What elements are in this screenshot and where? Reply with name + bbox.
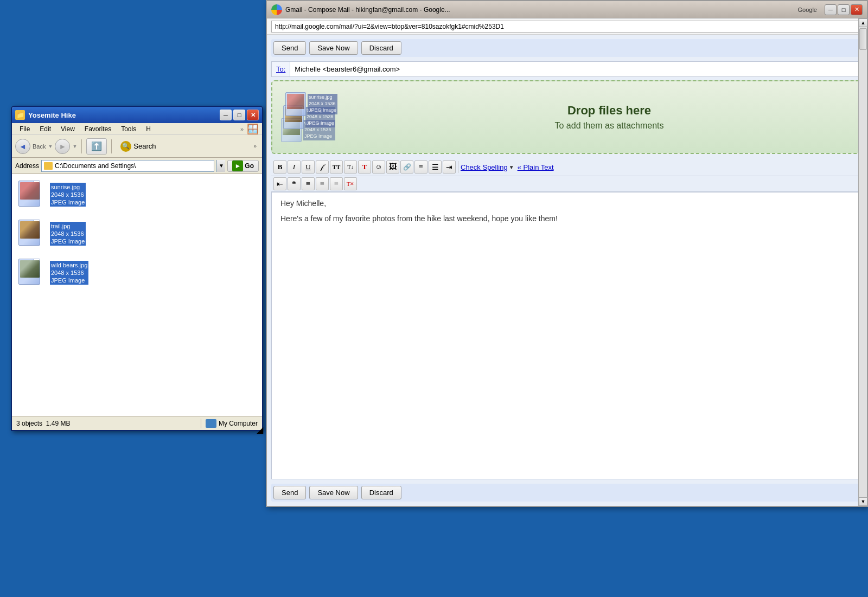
explorer-toolbar: ◄ Back ▼ ► ▼ ⬆️ 🔍 Search » bbox=[12, 135, 262, 158]
to-input[interactable] bbox=[290, 62, 862, 76]
italic-button[interactable]: I bbox=[288, 161, 301, 174]
underline-button[interactable]: U bbox=[302, 161, 315, 174]
my-computer-icon bbox=[206, 419, 216, 428]
send-button-bottom[interactable]: Send bbox=[273, 486, 306, 499]
compose-toolbar-top: Send Save Now Discard bbox=[271, 39, 863, 57]
back-dropdown-icon[interactable]: ▼ bbox=[48, 144, 53, 149]
file-icon-sunrise bbox=[18, 181, 46, 209]
to-row: To: bbox=[271, 61, 863, 77]
browser-window: Gmail - Compose Mail - hikingfan@gmail.c… bbox=[266, 0, 868, 507]
drop-zone[interactable]: sunrise.jpg 2048 x 1536 JPEG Image trail… bbox=[271, 80, 863, 154]
file-name-sunrise: sunrise.jpg 2048 x 1536 JPEG Image bbox=[50, 183, 86, 207]
explorer-window-controls: ─ □ ✕ bbox=[220, 110, 259, 120]
scrollbar-up-button[interactable]: ▲ bbox=[859, 18, 867, 27]
plain-text-button[interactable]: « Plain Text bbox=[518, 163, 554, 171]
go-button[interactable]: ► Go bbox=[227, 160, 259, 172]
file-thumbnail bbox=[20, 221, 40, 239]
go-label: Go bbox=[245, 162, 254, 170]
smiley-button[interactable]: ☺ bbox=[372, 161, 385, 174]
search-button[interactable]: 🔍 Search bbox=[116, 139, 160, 154]
menu-view[interactable]: View bbox=[56, 124, 79, 134]
url-input[interactable] bbox=[271, 21, 863, 33]
to-label[interactable]: To: bbox=[272, 62, 290, 76]
font-button[interactable]: 𝒻 bbox=[316, 161, 329, 174]
file-page-icon bbox=[18, 181, 40, 207]
gmail-compose-area: Send Save Now Discard To: bbox=[267, 35, 867, 506]
back-button[interactable]: ◄ bbox=[15, 139, 30, 154]
toolbar-separator-1 bbox=[81, 139, 82, 153]
ordered-list-button[interactable]: ≡ bbox=[414, 161, 427, 174]
file-icon-wildbears bbox=[18, 259, 46, 287]
browser-addressbar bbox=[267, 18, 867, 35]
outdent-button[interactable]: ⇤ bbox=[273, 177, 286, 190]
forward-dropdown-icon[interactable]: ▼ bbox=[72, 144, 77, 149]
file-name-trail: trail.jpg 2048 x 1536 JPEG Image bbox=[50, 222, 86, 246]
align-right-button[interactable]: ≡ bbox=[330, 177, 343, 190]
discard-button-top[interactable]: Discard bbox=[361, 41, 401, 55]
menu-favorites[interactable]: Favorites bbox=[80, 124, 116, 134]
drag-file-sunrise: sunrise.jpg 2048 x 1536 JPEG Image bbox=[285, 92, 337, 116]
format-toolbar-row2: ⇤ ❝ ≡ ≡ ≡ T✕ bbox=[271, 176, 863, 192]
menu-tools[interactable]: Tools bbox=[117, 124, 141, 134]
scrollbar-down-button[interactable]: ▼ bbox=[859, 497, 867, 506]
list-item[interactable]: sunrise.jpg 2048 x 1536 JPEG Image bbox=[16, 178, 258, 211]
unordered-list-button[interactable]: ☰ bbox=[429, 161, 442, 174]
address-folder-icon bbox=[44, 162, 53, 170]
explorer-maximize-button[interactable]: □ bbox=[233, 110, 245, 120]
back-label: Back bbox=[33, 143, 46, 150]
toolbar-more-chevron[interactable]: » bbox=[251, 142, 259, 150]
resize-handle[interactable]: ◢ bbox=[257, 425, 262, 430]
save-now-button-top[interactable]: Save Now bbox=[309, 41, 358, 55]
drop-files-title: Drop files here bbox=[366, 104, 853, 118]
statusbar-divider bbox=[201, 419, 201, 428]
bold-button[interactable]: B bbox=[273, 161, 286, 174]
list-item[interactable]: wild bears.jpg 2048 x 1536 JPEG Image bbox=[16, 256, 258, 289]
text-color-button[interactable]: T bbox=[358, 161, 371, 174]
check-spelling-dropdown[interactable]: ▼ bbox=[509, 164, 514, 170]
menu-more-chevron[interactable]: » bbox=[240, 126, 244, 132]
indent-button[interactable]: ⇥ bbox=[443, 161, 456, 174]
body-line2: Here's a few of my favorite photos from … bbox=[280, 214, 853, 223]
chrome-logo-icon bbox=[271, 4, 282, 15]
scrollbar-thumb[interactable] bbox=[859, 28, 867, 50]
drag-files-preview: sunrise.jpg 2048 x 1536 JPEG Image trail… bbox=[281, 90, 357, 144]
explorer-close-button[interactable]: ✕ bbox=[247, 110, 259, 120]
menu-edit[interactable]: Edit bbox=[35, 124, 55, 134]
browser-minimize-button[interactable]: ─ bbox=[825, 4, 837, 15]
discard-button-bottom[interactable]: Discard bbox=[361, 486, 401, 499]
check-spelling-button[interactable]: Check Spelling bbox=[461, 163, 508, 171]
font-size-button[interactable]: TT bbox=[330, 161, 343, 174]
file-icon-trail bbox=[18, 220, 46, 248]
send-button-top[interactable]: Send bbox=[273, 41, 306, 55]
google-label: Google bbox=[798, 7, 817, 13]
browser-close-button[interactable]: ✕ bbox=[851, 4, 863, 15]
explorer-addressbar: Address C:\Documents and Settings\ ▼ ► G… bbox=[12, 158, 262, 174]
image-button[interactable]: 🖼 bbox=[386, 161, 399, 174]
folder-icon: 📁 bbox=[15, 110, 25, 120]
forward-button[interactable]: ► bbox=[55, 139, 70, 154]
file-page-icon bbox=[18, 220, 40, 246]
explorer-minimize-button[interactable]: ─ bbox=[220, 110, 232, 120]
link-button[interactable]: 🔗 bbox=[400, 161, 413, 174]
blockquote-button[interactable]: ❝ bbox=[288, 177, 301, 190]
explorer-content: sunrise.jpg 2048 x 1536 JPEG Image trail… bbox=[12, 174, 262, 416]
subscript-button[interactable]: T↓ bbox=[344, 161, 357, 174]
remove-format-button[interactable]: T✕ bbox=[344, 177, 357, 190]
browser-maximize-button[interactable]: □ bbox=[838, 4, 850, 15]
format-separator bbox=[458, 161, 458, 173]
list-item[interactable]: trail.jpg 2048 x 1536 JPEG Image bbox=[16, 217, 258, 250]
status-object-count: 3 objects 1.49 MB bbox=[16, 420, 196, 427]
align-center-button[interactable]: ≡ bbox=[316, 177, 329, 190]
file-thumbnail bbox=[20, 182, 40, 200]
menu-file[interactable]: File bbox=[15, 124, 34, 134]
file-page-icon bbox=[18, 259, 40, 285]
up-folder-button[interactable]: ⬆️ bbox=[86, 138, 107, 155]
address-dropdown[interactable]: ▼ bbox=[216, 160, 225, 172]
align-left-button[interactable]: ≡ bbox=[302, 177, 315, 190]
menu-help[interactable]: H bbox=[142, 124, 155, 134]
explorer-window: 📁 Yosemite Hike ─ □ ✕ File Edit View Fav… bbox=[11, 106, 263, 431]
compose-body[interactable]: Hey Michelle, Here's a few of my favorit… bbox=[271, 192, 863, 479]
search-icon: 🔍 bbox=[120, 141, 131, 152]
save-now-button-bottom[interactable]: Save Now bbox=[309, 486, 358, 499]
gmail-content: Send Save Now Discard To: bbox=[267, 35, 867, 506]
